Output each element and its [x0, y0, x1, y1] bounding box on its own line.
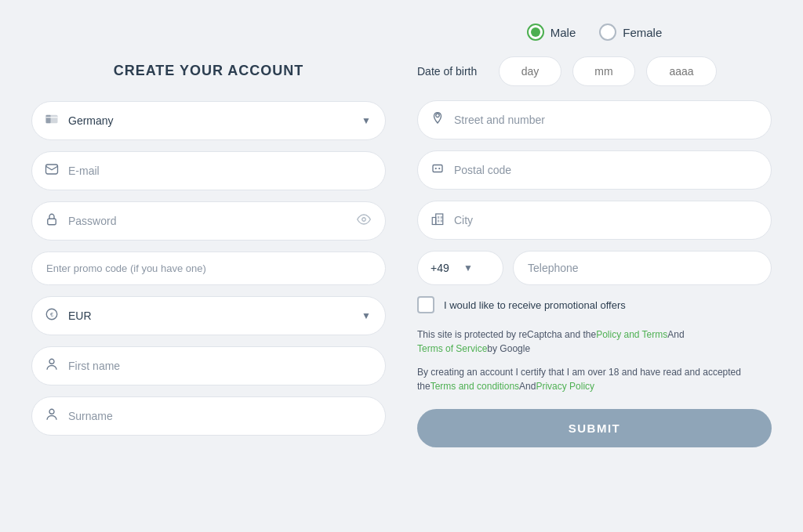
gender-male-radio[interactable] — [527, 24, 544, 41]
chevron-down-icon-phone: ▼ — [463, 262, 490, 273]
country-value: Germany — [68, 114, 352, 127]
firstname-field-wrapper — [31, 346, 386, 385]
street-input[interactable] — [454, 114, 757, 126]
right-panel: Male Female Date of birth — [417, 16, 772, 447]
promo-input[interactable] — [46, 262, 371, 274]
city-icon — [431, 212, 445, 229]
street-field-wrapper — [417, 100, 772, 139]
email-row — [31, 151, 386, 190]
dob-day-input[interactable] — [499, 56, 561, 86]
chevron-down-icon: ▼ — [362, 310, 371, 321]
submit-button[interactable]: SUBMIT — [417, 409, 772, 447]
left-panel: CREATE YOUR ACCOUNT Germany ▼ — [31, 16, 386, 447]
currency-select[interactable]: € EUR ▼ — [31, 296, 386, 335]
dob-year-input[interactable] — [646, 56, 717, 86]
svg-text:€: € — [50, 311, 54, 318]
recaptcha-text3: by Google — [487, 343, 530, 354]
surname-row — [31, 396, 386, 436]
postal-row — [417, 150, 772, 190]
password-row — [31, 201, 386, 241]
terms-service-link[interactable]: Terms of Service — [417, 343, 487, 354]
street-row — [417, 100, 772, 139]
country-select[interactable]: Germany ▼ — [31, 101, 386, 140]
svg-point-9 — [436, 114, 440, 118]
lock-icon — [45, 212, 59, 230]
telephone-input[interactable] — [513, 251, 772, 285]
svg-rect-10 — [433, 165, 442, 172]
password-field-wrapper — [31, 201, 386, 241]
currency-icon: € — [45, 307, 59, 324]
svg-rect-3 — [48, 219, 56, 225]
email-input[interactable] — [68, 165, 371, 177]
svg-rect-17 — [438, 216, 439, 219]
country-row: Germany ▼ — [31, 101, 386, 140]
dob-label: Date of birth — [417, 65, 488, 78]
address-icon — [431, 111, 445, 128]
svg-point-11 — [435, 168, 437, 169]
city-row — [417, 201, 772, 240]
chevron-down-icon: ▼ — [362, 115, 371, 126]
recaptcha-info: This site is protected by reCaptcha and … — [417, 328, 772, 356]
recaptcha-text2: And — [667, 329, 684, 340]
firstname-input[interactable] — [68, 360, 371, 372]
person-icon — [45, 357, 59, 375]
dob-row: Date of birth — [417, 56, 772, 86]
svg-rect-13 — [432, 218, 436, 225]
eye-icon[interactable] — [357, 212, 371, 230]
postal-field-wrapper — [417, 150, 772, 190]
gender-male-option[interactable]: Male — [527, 24, 576, 41]
password-input[interactable] — [68, 215, 347, 227]
certify-info: By creating an account I certify that I … — [417, 365, 772, 393]
svg-rect-1 — [46, 115, 51, 124]
promo-checkbox-row: I would like to receive promotional offe… — [417, 296, 772, 313]
promo-checkbox-label: I would like to receive promotional offe… — [444, 299, 626, 311]
svg-point-8 — [49, 409, 54, 414]
phone-row: +49 ▼ — [417, 251, 772, 285]
gender-female-option[interactable]: Female — [599, 24, 662, 41]
privacy-policy-link[interactable]: Privacy Policy — [536, 381, 594, 392]
email-icon — [45, 162, 59, 179]
postal-input[interactable] — [454, 164, 757, 176]
radio-dot-male — [531, 27, 540, 37]
terms-conditions-link[interactable]: Terms and conditions — [431, 381, 519, 392]
phone-code-select[interactable]: +49 ▼ — [417, 251, 503, 285]
person-icon-2 — [45, 407, 59, 425]
city-field-wrapper — [417, 201, 772, 240]
city-input[interactable] — [454, 214, 757, 226]
currency-value: EUR — [68, 309, 352, 322]
page-title: CREATE YOUR ACCOUNT — [31, 63, 386, 79]
svg-rect-18 — [441, 216, 442, 219]
svg-point-7 — [49, 359, 54, 364]
flag-icon — [45, 112, 59, 129]
recaptcha-text1: This site is protected by reCaptcha and … — [417, 329, 596, 340]
surname-field-wrapper — [31, 396, 386, 436]
policy-terms-link[interactable]: Policy and Terms — [596, 329, 667, 340]
email-field-wrapper — [31, 151, 386, 190]
gender-row: Male Female — [417, 24, 772, 41]
svg-point-4 — [362, 218, 366, 222]
firstname-row — [31, 346, 386, 385]
surname-input[interactable] — [68, 410, 371, 422]
dob-month-input[interactable] — [572, 56, 635, 86]
svg-rect-14 — [436, 214, 443, 225]
gender-male-label: Male — [550, 26, 576, 39]
currency-row: € EUR ▼ — [31, 296, 386, 335]
promo-field-wrapper — [31, 252, 386, 285]
gender-female-label: Female — [623, 26, 662, 39]
promo-row — [31, 252, 386, 285]
svg-point-12 — [438, 168, 440, 169]
gender-female-radio[interactable] — [599, 24, 616, 41]
certify-text2: And — [519, 381, 536, 392]
postal-icon — [431, 161, 445, 179]
svg-rect-15 — [438, 220, 439, 223]
phone-code-value: +49 — [431, 262, 457, 274]
page-container: CREATE YOUR ACCOUNT Germany ▼ — [0, 0, 803, 532]
svg-rect-16 — [441, 220, 442, 223]
promo-checkbox[interactable] — [417, 296, 434, 313]
